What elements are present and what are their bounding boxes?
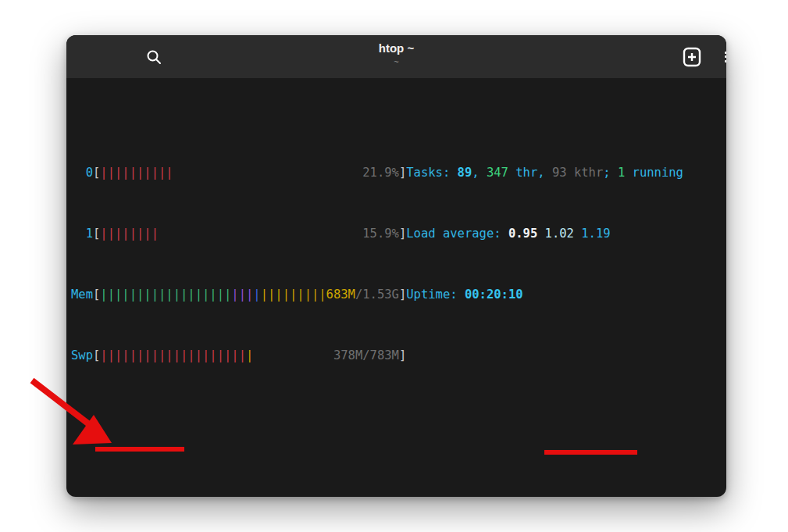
titlebar: htop ~ ~ — [66, 35, 726, 78]
tasks-summary: Tasks: 89, 347 thr, 93 kthr; 1 running — [406, 162, 683, 183]
uptime: Uptime: 00:20:10 — [406, 284, 522, 305]
meter-bars-y: ||||||||| — [261, 287, 326, 302]
menu-button[interactable] — [721, 45, 726, 69]
meter-bars-r: |||||||||| — [100, 166, 173, 180]
cpu0-meter-line: 0[||||||||||21.9%] Tasks: 89, 347 thr, 9… — [71, 162, 726, 183]
htop-screen: 0[||||||||||21.9%] Tasks: 89, 347 thr, 9… — [66, 78, 726, 497]
window-subtitle: ~ — [66, 57, 726, 66]
window-title: htop ~ — [66, 41, 726, 55]
load-average: Load average: 0.95 1.02 1.19 — [406, 223, 610, 244]
meter-bars-p: ||| — [231, 287, 253, 302]
meter-bars-g: |||||||||||||||||| — [100, 287, 231, 302]
hamburger-menu-icon — [725, 52, 726, 62]
window-title-block: htop ~ ~ — [66, 41, 726, 66]
meter-bars-r: |||||||||||||||||||| — [100, 348, 246, 362]
swap-meter-line: Swp[|||||||||||||||||||||378M/783M] — [71, 345, 726, 366]
new-tab-icon — [683, 47, 701, 67]
meter-bars-y: | — [246, 348, 253, 362]
cpu1-meter-line: 1[||||||||15.9%] Load average: 0.95 1.02… — [71, 223, 726, 244]
new-tab-button[interactable] — [680, 45, 704, 69]
blank-line — [71, 406, 726, 427]
mem-meter-line: Mem[|||||||||||||||||||||||||||||||683M/… — [71, 284, 726, 305]
terminal-window: htop ~ ~ 0[||||||||||21.9%] Tasks: 89, 3… — [66, 35, 726, 497]
meter-bars-r: |||||||| — [100, 227, 159, 241]
meter-bars-b: | — [253, 287, 260, 302]
